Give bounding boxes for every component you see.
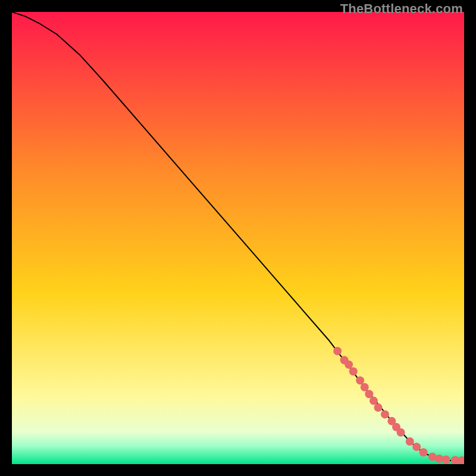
marker-point [349,367,358,375]
marker-point [333,347,342,355]
gradient-background [12,12,464,464]
marker-point [369,397,378,405]
marker-point [419,448,428,456]
marker-point [356,376,364,384]
watermark-text: TheBottleneck.com [340,1,463,17]
chart-frame [12,12,464,464]
bottleneck-chart [12,12,464,464]
marker-point [406,437,414,446]
marker-point [345,361,353,369]
marker-point [381,410,389,418]
marker-point [442,455,450,464]
marker-point [397,428,405,437]
marker-point [412,443,421,451]
marker-point [374,403,383,412]
marker-point [365,390,373,398]
marker-point [361,383,369,392]
